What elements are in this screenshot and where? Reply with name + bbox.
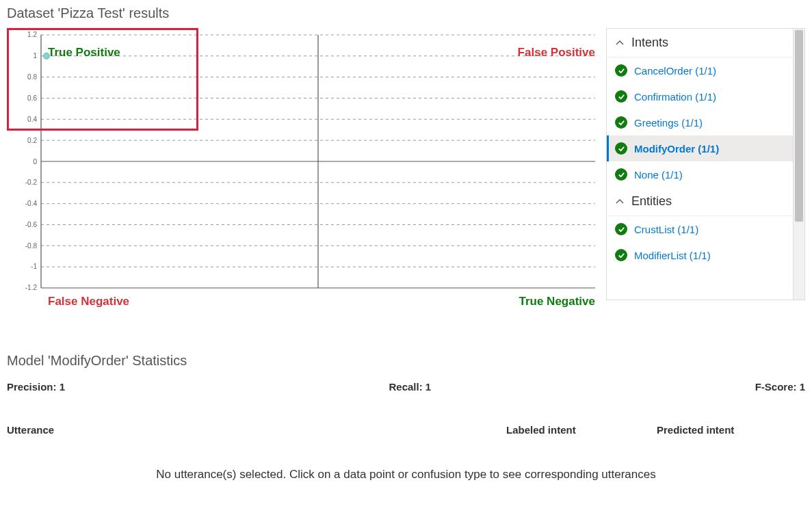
stats-title: Model 'ModifyOrder' Statistics xyxy=(7,353,805,369)
chart-svg: 1.2 1 0.8 0.6 0.4 0.2 0 -0.2 -0.4 -0.6 -… xyxy=(7,28,602,315)
chart-label-true-positive[interactable]: True Positive xyxy=(48,46,120,60)
intent-item-modifyorder[interactable]: ModifyOrder (1/1) xyxy=(607,135,793,161)
svg-text:1: 1 xyxy=(33,52,37,60)
svg-text:-0.8: -0.8 xyxy=(25,242,38,250)
checkmark-icon xyxy=(615,223,627,235)
svg-text:0.2: 0.2 xyxy=(27,137,37,144)
recall-value: Recall: 1 xyxy=(389,381,431,393)
checkmark-icon xyxy=(615,90,627,103)
page-title: Dataset 'Pizza Test' results xyxy=(7,5,805,21)
entities-group-header[interactable]: Entities xyxy=(607,187,793,216)
svg-text:-0.2: -0.2 xyxy=(25,179,38,186)
entity-item-label: ModifierList (1/1) xyxy=(634,250,711,261)
checkmark-icon xyxy=(615,64,627,77)
scrollbar-thumb[interactable] xyxy=(795,30,803,222)
intent-item-greetings[interactable]: Greetings (1/1) xyxy=(607,109,793,135)
svg-text:-1.2: -1.2 xyxy=(25,284,38,291)
utterance-table-header: Utterance Labeled intent Predicted inten… xyxy=(7,420,805,440)
chart-label-false-positive[interactable]: False Positive xyxy=(518,46,595,60)
intent-item-none[interactable]: None (1/1) xyxy=(607,161,793,187)
checkmark-icon xyxy=(615,116,627,129)
entities-header-label: Entities xyxy=(631,194,672,209)
intent-item-label: ModifyOrder (1/1) xyxy=(634,143,719,155)
svg-text:-0.4: -0.4 xyxy=(25,200,38,207)
svg-text:1.2: 1.2 xyxy=(27,31,37,38)
fscore-value: F-Score: 1 xyxy=(755,381,805,393)
confusion-chart[interactable]: True Positive False Positive False Negat… xyxy=(7,28,602,315)
svg-text:-0.6: -0.6 xyxy=(25,221,38,228)
checkmark-icon xyxy=(615,168,627,181)
empty-table-message: No utterance(s) selected. Click on a dat… xyxy=(7,468,805,481)
entity-item-crustlist[interactable]: CrustList (1/1) xyxy=(607,216,793,242)
checkmark-icon xyxy=(615,249,627,261)
col-header-labeled-intent[interactable]: Labeled intent xyxy=(506,424,657,436)
col-header-predicted-intent[interactable]: Predicted intent xyxy=(657,424,805,436)
checkmark-icon xyxy=(615,142,627,155)
svg-text:0.8: 0.8 xyxy=(27,73,37,81)
svg-text:0.4: 0.4 xyxy=(27,116,37,123)
entity-item-label: CrustList (1/1) xyxy=(634,224,698,235)
intent-item-label: Greetings (1/1) xyxy=(634,117,703,129)
stats-row: Precision: 1 Recall: 1 F-Score: 1 xyxy=(7,381,805,393)
svg-text:0: 0 xyxy=(33,158,37,166)
intent-item-label: None (1/1) xyxy=(634,169,683,181)
intent-item-label: Confirmation (1/1) xyxy=(634,91,716,103)
precision-value: Precision: 1 xyxy=(7,381,65,393)
scrollbar[interactable] xyxy=(794,28,805,300)
top-area: True Positive False Positive False Negat… xyxy=(7,28,805,315)
chart-label-true-negative[interactable]: True Negative xyxy=(519,295,596,308)
intents-header-label: Intents xyxy=(631,36,668,50)
chevron-up-icon xyxy=(615,197,625,207)
chevron-up-icon xyxy=(615,38,625,48)
col-header-utterance[interactable]: Utterance xyxy=(7,424,506,436)
svg-text:0.6: 0.6 xyxy=(27,94,37,102)
entity-item-modifierlist[interactable]: ModifierList (1/1) xyxy=(607,242,793,268)
intents-group-header[interactable]: Intents xyxy=(607,29,793,57)
intent-item-label: CancelOrder (1/1) xyxy=(634,65,716,77)
intent-item-cancelorder[interactable]: CancelOrder (1/1) xyxy=(607,57,793,83)
side-panel: Intents CancelOrder (1/1) Confirmation (… xyxy=(606,28,805,300)
svg-text:-1: -1 xyxy=(31,263,37,270)
chart-label-false-negative[interactable]: False Negative xyxy=(48,295,129,308)
intent-item-confirmation[interactable]: Confirmation (1/1) xyxy=(607,83,793,109)
